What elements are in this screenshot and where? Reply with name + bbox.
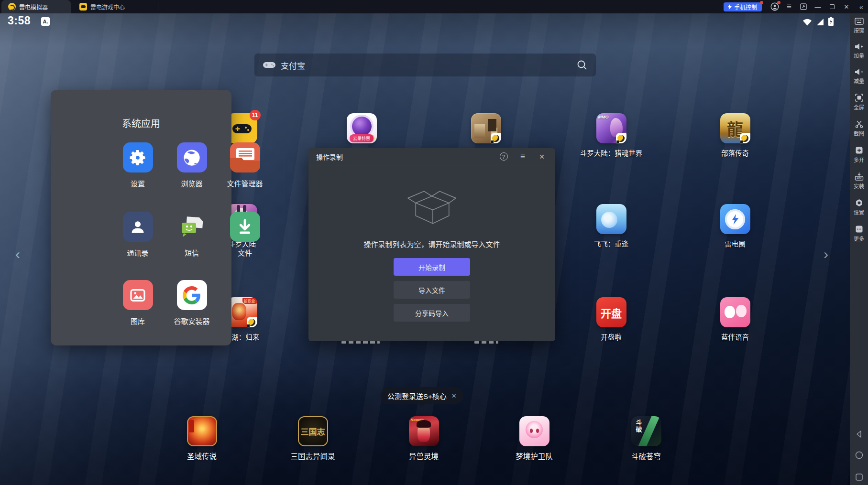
douluo-soulhunt-app-icon: MMO (596, 113, 626, 143)
sanguo-chronicles-app-icon: 三国志 (298, 416, 328, 446)
mini-window-button[interactable] (796, 0, 811, 13)
system-apps-panel: 系统应用 设置 浏览器 文件管理器 (51, 90, 231, 345)
search-bar[interactable]: 支付宝 (254, 54, 596, 76)
panel-app-downloads[interactable]: 文件 (222, 212, 268, 258)
beast-realm-app-icon: Koocib (409, 416, 439, 446)
wifi-icon (802, 18, 812, 26)
ld-corner-badge (740, 133, 750, 143)
sidebar-item-volume-up[interactable]: 加量 (854, 43, 864, 59)
kaipanla-app-icon: 开盘 (596, 297, 626, 327)
tab-divider (158, 3, 158, 10)
dock-app-sanguo-chronicles[interactable]: 三国志 三国志异闻录 (286, 416, 339, 461)
phone-control-button[interactable]: 手机控制 (724, 2, 762, 11)
start-recording-button[interactable]: 开始录制 (394, 258, 470, 276)
import-share-code-button[interactable]: 分享码导入 (394, 304, 470, 322)
signal-icon (816, 18, 824, 26)
android-recents-button[interactable] (850, 473, 868, 481)
desktop-app-tribal-legend[interactable]: 龍 部落传奇 (709, 113, 761, 158)
desktop-app-leidian-quan[interactable]: 雷电圈 (709, 204, 761, 248)
titlebar: 雷电模拟器 雷电游戏中心 手机控制 ≡ — ✕ « (0, 0, 868, 13)
sidebar-item-settings[interactable]: 设置 (854, 199, 864, 216)
dock-app-doupo-cangqiong[interactable]: 斗破 斗破苍穹 (620, 416, 672, 461)
dialog-menu-button[interactable]: ≡ (517, 151, 528, 162)
dock-app-holy-domain-legend[interactable]: 圣域传说 (176, 416, 228, 461)
page-next-arrow[interactable]: › (821, 247, 831, 261)
close-button[interactable]: ✕ (839, 0, 854, 13)
main-menu-button[interactable]: ≡ (782, 0, 796, 13)
desktop-app-douluo-soulhunt[interactable]: MMO 斗罗大陆：猎魂世界 (585, 113, 637, 158)
tribal-legend-app-icon: 龍 (720, 113, 750, 143)
ld-corner-badge (491, 133, 501, 143)
dock-app-dream-guardians[interactable]: 梦境护卫队 (508, 416, 560, 461)
sms-icon (177, 212, 207, 242)
volume-up-icon (855, 43, 863, 50)
sidebar-item-fullscreen[interactable]: 全屏 (854, 94, 864, 111)
more-icon (855, 225, 863, 233)
lanban-voice-app-icon (720, 297, 750, 327)
empty-box-icon (403, 184, 461, 228)
panel-app-sms[interactable]: 短信 (169, 212, 215, 258)
sidebar-item-volume-down[interactable]: 减量 (854, 68, 864, 85)
minimize-button[interactable]: — (811, 0, 825, 13)
android-screen: 3:58 A. 支付宝 ‹ › 11 游戏中心 云录特惠 (0, 13, 868, 485)
file-manager-icon (230, 142, 260, 172)
ime-badge: A. (41, 17, 50, 26)
panel-app-google-installer[interactable]: 谷歌安装器 (169, 280, 215, 326)
back-icon (855, 430, 863, 438)
dialog-close-button[interactable]: ✕ (536, 151, 548, 162)
import-file-button[interactable]: 导入文件 (394, 281, 470, 299)
ld-corner-badge (616, 133, 626, 143)
downloads-icon (230, 212, 260, 242)
desktop-app-photo-collage[interactable] (460, 113, 512, 143)
browser-icon (177, 142, 207, 172)
panel-app-contacts[interactable]: 通讯录 (115, 212, 161, 258)
empty-list-message: 操作录制列表为空，请开始录制或导入文件 (308, 239, 555, 249)
desktop-app-kaipanla[interactable]: 开盘 开盘啦 (585, 297, 637, 342)
panel-title: 系统应用 (51, 116, 231, 130)
sidebar-item-more[interactable]: 更多 (854, 225, 864, 242)
tooltip-close-button[interactable]: ✕ (451, 392, 457, 399)
dialog-help-button[interactable]: ? (498, 151, 509, 162)
collapse-sidebar-button[interactable]: « (854, 0, 868, 13)
promo-ribbon: 云录特惠 (350, 134, 374, 142)
desktop-app-feifei-reunion[interactable]: 飞飞：重逢 (585, 204, 637, 248)
promo-tooltip: 公测登录送S+核心 ✕ (381, 387, 463, 404)
dock-app-beast-realm[interactable]: Koocib 异兽灵境 (397, 416, 450, 461)
maximize-button[interactable] (825, 0, 839, 13)
tab-emulator[interactable]: 雷电模拟器 (1, 0, 71, 13)
google-installer-icon (177, 280, 207, 310)
account-avatar[interactable] (768, 0, 782, 13)
panel-app-file-manager[interactable]: 文件管理器 (222, 142, 268, 188)
game-center-logo-icon (79, 3, 87, 11)
battery-icon (828, 17, 834, 26)
sidebar-item-screenshot[interactable]: 截图 (854, 120, 864, 137)
ld-corner-badge (247, 317, 257, 327)
android-home-button[interactable] (850, 451, 868, 459)
unread-badge: 11 (250, 110, 261, 120)
tab-game-center[interactable]: 雷电游戏中心 (73, 0, 148, 13)
panel-app-browser[interactable]: 浏览器 (169, 142, 215, 188)
emulator-window: 雷电模拟器 雷电游戏中心 手机控制 ≡ — ✕ « (0, 0, 868, 485)
leidian-quan-app-icon (720, 204, 750, 234)
photo-collage-app-icon (471, 113, 501, 143)
android-back-button[interactable] (850, 430, 868, 438)
volume-down-icon (855, 68, 863, 75)
panel-app-settings[interactable]: 设置 (115, 142, 161, 188)
svg-text:APK: APK (856, 177, 861, 180)
page-prev-arrow[interactable]: ‹ (12, 247, 23, 261)
apk-install-icon: APK (855, 172, 864, 181)
search-icon[interactable] (577, 60, 587, 70)
search-query: 支付宝 (281, 59, 577, 71)
operation-recording-dialog: 操作录制 ? ≡ ✕ 操作录制列表为空，请开始录制或导入文件 开始录制 导入文件… (308, 148, 555, 341)
sidebar-item-keymapping[interactable]: 按键 (854, 18, 864, 34)
desktop-app-cloud-record[interactable]: 云录特惠 (335, 113, 388, 143)
sidebar-item-multi-instance[interactable]: 多开 (854, 146, 864, 163)
panel-app-gallery[interactable]: 图库 (115, 280, 161, 326)
promo-tooltip-text: 公测登录送S+核心 (387, 391, 447, 401)
dream-guardians-app-icon (519, 416, 549, 446)
desktop-app-lanban-voice[interactable]: 蓝伴语音 (709, 297, 761, 342)
sidebar-item-install-apk[interactable]: APK 安装 (854, 172, 864, 190)
occluded-app-label (341, 341, 380, 344)
lightning-icon (731, 214, 739, 225)
toolbar-sidebar: 按键 加量 减量 全屏 截图 多开 APK (850, 13, 868, 485)
